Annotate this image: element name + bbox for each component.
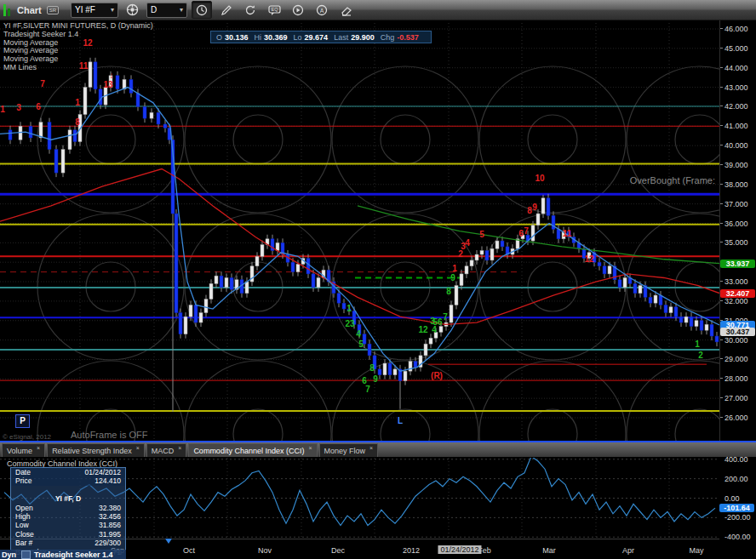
wave-count-label: 11: [79, 62, 89, 71]
price-tick-label: 33.000: [724, 277, 748, 286]
wave-count-label: 8: [527, 207, 532, 215]
quote-button[interactable]: EQ: [265, 2, 284, 18]
interval-combo[interactable]: D▾: [146, 3, 187, 18]
p-badge-button[interactable]: P: [15, 414, 30, 428]
data-window-row: Date01/24/2012: [11, 468, 125, 476]
tab-macd[interactable]: MACD×: [146, 443, 187, 457]
price-tick-label: 27.000: [724, 394, 748, 402]
price-tick-label: 37.000: [724, 200, 748, 208]
tab-label: Relative Strength Index: [52, 447, 132, 455]
interval-clock-button[interactable]: [192, 1, 212, 19]
dyn-label: Dyn: [2, 550, 16, 559]
symbol-combo[interactable]: YI #F▾: [71, 3, 118, 18]
wave-count-label: 8: [446, 288, 451, 296]
wave-count-label: 23: [345, 320, 354, 328]
wave-count-label: ↓: [110, 71, 114, 80]
open-value: 30.136: [225, 33, 249, 42]
wave-count-label: 7: [365, 385, 370, 394]
tab-label: Volume: [7, 447, 32, 455]
price-tick-label: 30.000: [724, 336, 748, 345]
wave-count-label: 9: [373, 375, 378, 384]
price-tick-label: 38.000: [724, 180, 748, 189]
quote-bubble-icon: EQ: [268, 4, 281, 16]
app-name: Tradesight Seeker 1.4: [34, 550, 113, 559]
indicator-tabs: Volume×Relative Strength Index×MACD×Comm…: [0, 442, 756, 457]
data-window-row: Open32.380: [11, 504, 125, 512]
time-axis-label: Apr: [622, 546, 634, 555]
a-circle-icon: A: [316, 4, 328, 16]
wave-count-label: 10: [535, 174, 544, 183]
auto-button[interactable]: A: [312, 2, 331, 18]
data-window-row: Low31.856: [11, 521, 125, 529]
wave-count-label: 7: [443, 313, 448, 322]
wave-count-label: 8: [369, 364, 375, 373]
wave-count-label: 12: [418, 326, 427, 334]
close-icon[interactable]: ×: [308, 445, 312, 451]
wave-count-label: L: [398, 417, 403, 425]
chevron-down-icon: ▾: [180, 6, 183, 14]
wave-count-label: 1: [346, 305, 352, 313]
close-icon[interactable]: ×: [136, 445, 140, 451]
play-button[interactable]: [289, 2, 307, 18]
cci-tick-label: -400.00: [724, 533, 751, 541]
wave-count-label: 12: [83, 39, 92, 48]
time-axis-label: Oct: [183, 546, 195, 555]
tab-money-flow[interactable]: Money Flow×: [319, 443, 379, 457]
price-tick-label: 42.000: [724, 102, 748, 111]
data-window-row: Bar #229/300: [11, 539, 125, 547]
cci-axis[interactable]: 400.00200.000.00-200.00-400.00: [719, 457, 756, 541]
title-badge: SR: [47, 6, 59, 14]
price-axis[interactable]: 46.00045.00044.00043.00042.00041.00040.0…: [719, 20, 756, 442]
data-window-row: Price124.410: [11, 476, 125, 485]
chevron-down-icon: ▾: [111, 6, 114, 14]
tab-label: Commodity Channel Index (CCI): [193, 447, 304, 455]
refresh-button[interactable]: [241, 2, 260, 18]
clock-icon: [196, 4, 208, 16]
cci-tick-label: 0.00: [724, 494, 740, 503]
high-label: Hi: [255, 33, 262, 42]
price-tick-label: 43.000: [724, 83, 748, 92]
price-tick-label: 35.000: [724, 238, 748, 247]
last-value: 29.900: [351, 33, 375, 42]
time-axis-label: Nov: [258, 546, 272, 555]
time-axis-label: Dec: [331, 546, 345, 555]
wave-count-label: 4: [432, 326, 437, 334]
eraser-button[interactable]: [336, 2, 355, 18]
quote-bar: O30.136 Hi30.369 Lo29.674 Last29.900 Chg…: [210, 31, 432, 43]
symbol-search-button[interactable]: [123, 2, 141, 18]
cci-value-tag: -101.64: [719, 504, 754, 512]
window-title: Chart: [17, 5, 42, 15]
cursor-data-window: Date01/24/2012Price124.410YI #F, DOpen32…: [10, 467, 126, 550]
wave-count-label: 4: [465, 239, 470, 248]
open-label: O: [216, 33, 222, 42]
price-tick-label: 44.000: [724, 64, 748, 72]
wave-count-label: 2: [698, 351, 703, 360]
tab-relative-strength-index[interactable]: Relative Strength Index×: [47, 443, 145, 457]
price-tag: 32.407: [720, 289, 755, 298]
close-icon[interactable]: ×: [178, 445, 181, 451]
wave-count-label: 9: [532, 203, 537, 212]
cursor-date-tag: 01/24/2012: [438, 545, 481, 554]
close-icon[interactable]: ×: [37, 445, 40, 451]
wave-count-label: 6: [36, 103, 41, 111]
cci-tick-label: 200.00: [724, 475, 748, 483]
wave-count-label: 7: [524, 227, 529, 236]
wave-count-label: 1: [75, 99, 80, 107]
tab-volume[interactable]: Volume×: [2, 443, 45, 457]
price-tag: 30.437: [720, 328, 755, 336]
data-window-row: YI #F, D: [11, 494, 125, 503]
close-icon[interactable]: ×: [369, 445, 373, 451]
price-tick-label: 39.000: [724, 161, 748, 169]
wave-count-label: (R): [431, 372, 443, 380]
low-label: Lo: [294, 33, 302, 42]
price-tick-label: 29.000: [724, 355, 748, 363]
price-tick-label: 26.000: [724, 414, 748, 422]
draw-button[interactable]: [217, 2, 236, 18]
status-bar: Dyn Tradesight Seeker 1.4: [0, 550, 126, 559]
tab-commodity-channel-index-cci-[interactable]: Commodity Channel Index (CCI)×: [188, 443, 317, 457]
svg-text:EQ: EQ: [271, 7, 278, 12]
wave-count-label: 4: [356, 330, 361, 339]
symbol-search-icon: [126, 3, 139, 16]
price-tick-label: 36.000: [724, 220, 748, 228]
wave-count-label: 5: [479, 231, 484, 239]
